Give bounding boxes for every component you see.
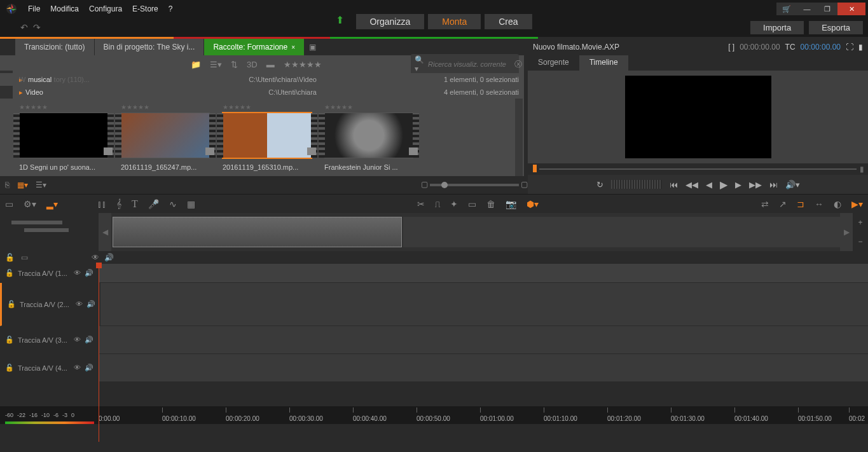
send-icon[interactable]: ↗ — [779, 199, 787, 209]
wave-icon[interactable]: ∿ — [169, 199, 177, 209]
thumbnail-image[interactable] — [223, 113, 312, 158]
thumbnail-image[interactable] — [121, 113, 210, 158]
scrub-track[interactable] — [539, 168, 857, 170]
thumbnail-item[interactable]: ★★★★★ 20161119_165310.mp... — [223, 104, 318, 171]
sort-icon[interactable]: ⇅ — [231, 60, 238, 69]
goto-end-icon[interactable]: ⏭ — [769, 180, 778, 189]
marker-icon[interactable]: ⬢▾ — [527, 199, 539, 209]
mode-create[interactable]: Crea — [485, 14, 532, 29]
thumbnail-image[interactable] — [324, 113, 413, 158]
folder-icon[interactable]: 📁 — [191, 60, 201, 69]
track-lane[interactable] — [99, 326, 868, 353]
mute-icon[interactable]: 🔊 — [85, 336, 93, 344]
zoom-in-icon[interactable]: + — [853, 213, 868, 232]
menu-edit[interactable]: Modifica — [50, 4, 79, 13]
thumbnail-item[interactable]: ★★★★★ Frankestein Junior Si ... — [324, 104, 420, 171]
mute-all-icon[interactable]: 🔊 — [104, 253, 114, 262]
search-input[interactable] — [428, 60, 511, 68]
grid-icon[interactable]: ▦ — [187, 199, 195, 209]
effect-icon[interactable]: ✦ — [450, 199, 458, 209]
scrub-marker-icon[interactable] — [533, 165, 537, 172]
visibility-icon[interactable]: 👁 — [74, 336, 81, 344]
track-lane[interactable] — [100, 283, 868, 325]
tab-close-icon[interactable]: × — [291, 44, 295, 51]
slider-knob[interactable] — [441, 182, 448, 188]
search-clear-icon[interactable]: ⓧ — [514, 59, 522, 70]
playhead[interactable] — [99, 264, 99, 442]
mute-icon[interactable]: 🔊 — [86, 300, 95, 308]
preview-scrubber[interactable]: ▮ — [528, 163, 868, 175]
razor-icon[interactable]: ✂ — [417, 199, 425, 209]
tab-transitions[interactable]: Transizioni: (tutto) — [15, 39, 95, 55]
timecode-in[interactable]: 00:00:00.00 — [740, 43, 780, 51]
tab-collection[interactable]: Raccolte: Formazione× — [204, 39, 305, 55]
frame-fwd-icon[interactable]: ▶ — [735, 180, 741, 189]
rating-stars-icon[interactable]: ★★★★★ — [324, 104, 420, 113]
rating-filter-icon[interactable]: ★★★★★ — [284, 60, 322, 69]
clipboard-icon[interactable]: ⎘ — [5, 181, 10, 189]
jog-wheel[interactable] — [611, 180, 662, 189]
track-header[interactable]: 🔓 Traccia A/V (4... 👁🔊 — [0, 354, 99, 381]
trash-icon[interactable]: 🗑 — [486, 199, 495, 209]
time-ruler[interactable]: -60-22-16-10-6-30 0:00.00 00:00:10.00 00… — [0, 406, 868, 424]
list-view-icon[interactable]: ☰▾ — [36, 181, 46, 189]
step-fwd-icon[interactable]: ▶▶ — [749, 180, 762, 189]
tag-icon[interactable]: ▬ — [266, 60, 275, 69]
link-icon[interactable]: ⇄ — [761, 199, 769, 209]
menu-estore[interactable]: E-Store — [132, 4, 158, 13]
tab-timeline[interactable]: Timeline — [579, 55, 628, 71]
goto-start-icon[interactable]: ⏮ — [670, 180, 678, 189]
tool-select-icon[interactable]: ▭ — [5, 199, 13, 209]
thumbnail-item[interactable]: ★★★★★ 20161119_165247.mp... — [121, 104, 216, 171]
visibility-icon[interactable]: 👁 — [74, 269, 81, 277]
clipboard-icon[interactable]: ▭ — [468, 199, 476, 209]
menu-file[interactable]: File — [28, 4, 40, 13]
settings-icon[interactable]: ⚙▾ — [24, 199, 36, 209]
storyboard-clip[interactable] — [113, 217, 402, 247]
menu-config[interactable]: Configura — [89, 4, 122, 13]
rating-stars-icon[interactable]: ★★★★★ — [223, 104, 318, 113]
export-button[interactable]: Esporta — [809, 21, 863, 34]
thumbnail-item[interactable]: ★★★★★ 1D Segni un po' suona... — [19, 104, 114, 171]
mute-icon[interactable]: 🔊 — [85, 269, 93, 277]
title-icon[interactable]: T — [132, 198, 138, 210]
monitor-all-icon[interactable]: ▭ — [21, 253, 28, 262]
thumbnail-image[interactable] — [19, 113, 108, 158]
lock-icon[interactable]: 🔓 — [5, 269, 14, 277]
play-icon[interactable]: ▶ — [720, 179, 727, 191]
track-lane[interactable] — [99, 264, 868, 282]
undo-icon[interactable]: ↶ — [20, 22, 28, 32]
step-back-icon[interactable]: ◀◀ — [685, 180, 698, 189]
preview-viewport[interactable] — [528, 71, 868, 163]
storyboard-track[interactable] — [403, 217, 840, 247]
storyboard-next-icon[interactable]: ▶ — [840, 213, 853, 251]
mute-icon[interactable]: 🔊 — [85, 364, 93, 372]
battery-icon[interactable]: ▮ — [858, 43, 863, 51]
tool-mode-icon[interactable]: ▂▾ — [46, 199, 58, 209]
folder-row-video[interactable]: ▸ Video C:\Utenti\chiara 4 elementi, 0 s… — [0, 86, 524, 99]
visibility-all-icon[interactable]: 👁 — [92, 253, 99, 262]
zoom-out-icon[interactable]: − — [853, 232, 868, 251]
close-button[interactable]: ✕ — [837, 3, 865, 15]
trim-icon[interactable]: ⎍ — [435, 199, 440, 209]
tab-add-icon[interactable]: ▣ — [305, 39, 320, 55]
track-header[interactable]: 🔓 Traccia A/V (2... 👁🔊 — [2, 283, 100, 325]
mode-organize[interactable]: Organizza — [355, 14, 424, 29]
grid-view-icon[interactable]: ▦▾ — [17, 181, 28, 189]
ripple-icon[interactable]: ↔ — [815, 199, 823, 209]
voiceover-icon[interactable]: 🎤 — [148, 199, 159, 209]
cart-icon[interactable]: 🛒 — [776, 3, 797, 15]
rating-stars-icon[interactable]: ★★★★★ — [121, 104, 216, 113]
mode-edit[interactable]: Monta — [428, 14, 481, 29]
minimize-button[interactable]: — — [797, 3, 817, 15]
loop-icon[interactable]: ↻ — [596, 180, 603, 189]
maximize-button[interactable]: ❐ — [817, 3, 837, 15]
import-button[interactable]: Importa — [750, 21, 804, 34]
volume-icon[interactable]: 🔊▾ — [785, 180, 800, 189]
magnet-icon[interactable]: ⊐ — [797, 199, 804, 209]
upload-icon[interactable]: ⬆ — [336, 14, 344, 29]
tab-source[interactable]: Sorgente — [528, 55, 579, 71]
lock-icon[interactable]: 🔓 — [7, 300, 16, 308]
expand-icon[interactable]: ⛶ — [846, 43, 853, 51]
list-view-icon[interactable]: ☰▾ — [210, 60, 222, 69]
